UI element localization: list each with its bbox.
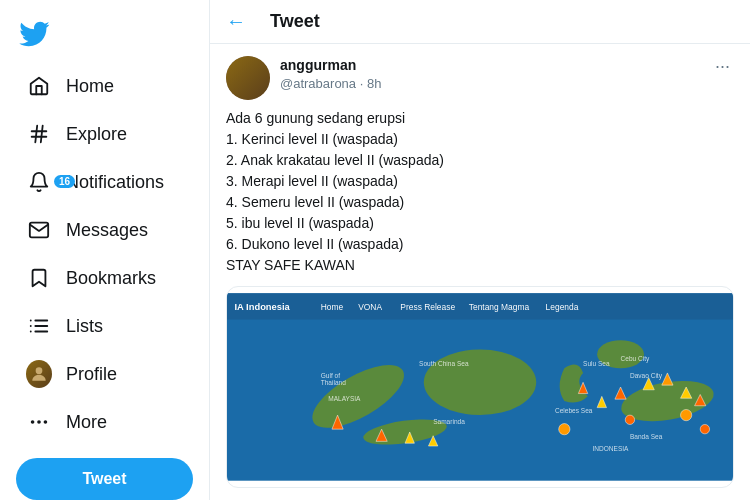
- svg-text:Press Release: Press Release: [400, 302, 455, 312]
- sidebar-item-more[interactable]: More: [8, 399, 201, 445]
- sidebar-item-home[interactable]: Home: [8, 63, 201, 109]
- more-dots-icon: [26, 409, 52, 435]
- tweet-body: Ada 6 gunung sedang erupsi 1. Kerinci le…: [226, 108, 734, 276]
- map-svg: IA Indonesia Home VONA Press Release Ten…: [227, 287, 733, 487]
- list-icon: [26, 313, 52, 339]
- svg-text:Home: Home: [321, 302, 344, 312]
- svg-point-49: [625, 415, 634, 424]
- svg-point-50: [681, 409, 692, 420]
- tweet-page-header: ← Tweet: [210, 0, 750, 44]
- mail-icon: [26, 217, 52, 243]
- avatar: [226, 56, 270, 100]
- svg-text:Legenda: Legenda: [546, 302, 579, 312]
- svg-text:VONA: VONA: [358, 302, 382, 312]
- sidebar-nav: Home Explore 16 Notifications: [0, 62, 209, 446]
- sidebar-item-messages[interactable]: Messages: [8, 207, 201, 253]
- tweet-button[interactable]: Tweet: [16, 458, 193, 500]
- sidebar-item-explore-label: Explore: [66, 124, 127, 145]
- tweet-meta: anggurman @atrabarona · 8h: [280, 56, 711, 92]
- svg-point-10: [36, 367, 43, 374]
- svg-text:Thailand: Thailand: [321, 379, 346, 386]
- svg-text:Tentang Magma: Tentang Magma: [469, 302, 530, 312]
- tweet-username: anggurman: [280, 57, 356, 73]
- svg-text:MALAYSIA: MALAYSIA: [328, 395, 361, 402]
- main-content: ← Tweet anggurman @atrabarona · 8h ···: [210, 0, 750, 500]
- svg-point-13: [32, 421, 34, 423]
- svg-line-3: [41, 126, 43, 143]
- sidebar-item-bookmarks[interactable]: Bookmarks: [8, 255, 201, 301]
- svg-line-2: [35, 126, 37, 143]
- bell-icon: 16: [26, 169, 52, 195]
- svg-point-12: [45, 421, 47, 423]
- tweet-handle: @atrabarona · 8h: [280, 76, 381, 91]
- notification-badge: 16: [54, 175, 75, 188]
- sidebar-item-more-label: More: [66, 412, 107, 433]
- avatar-image: [226, 56, 270, 100]
- sidebar-item-lists[interactable]: Lists: [8, 303, 201, 349]
- svg-text:Cebu City: Cebu City: [621, 355, 650, 363]
- sidebar-item-bookmarks-label: Bookmarks: [66, 268, 156, 289]
- tweet-card-header: anggurman @atrabarona · 8h ···: [226, 56, 734, 100]
- svg-text:Banda Sea: Banda Sea: [630, 433, 663, 440]
- svg-text:Gulf of: Gulf of: [321, 372, 340, 379]
- sidebar-item-notifications-label: Notifications: [66, 172, 164, 193]
- svg-point-48: [559, 424, 570, 435]
- svg-text:Sulu Sea: Sulu Sea: [583, 360, 610, 367]
- profile-avatar-icon: [26, 361, 52, 387]
- tweet-more-button[interactable]: ···: [711, 56, 734, 77]
- sidebar-item-home-label: Home: [66, 76, 114, 97]
- back-button[interactable]: ←: [226, 10, 246, 33]
- sidebar-item-explore[interactable]: Explore: [8, 111, 201, 157]
- twitter-bird-icon: [18, 18, 50, 50]
- bookmark-icon: [26, 265, 52, 291]
- page-title: Tweet: [270, 11, 320, 32]
- sidebar-item-profile[interactable]: Profile: [8, 351, 201, 397]
- sidebar-item-notifications[interactable]: 16 Notifications: [8, 159, 201, 205]
- svg-text:IA Indonesia: IA Indonesia: [234, 302, 290, 312]
- sidebar-item-messages-label: Messages: [66, 220, 148, 241]
- sidebar-item-lists-label: Lists: [66, 316, 103, 337]
- svg-text:INDONESIA: INDONESIA: [592, 445, 629, 452]
- sidebar-item-profile-label: Profile: [66, 364, 117, 385]
- svg-point-11: [38, 421, 40, 423]
- twitter-logo[interactable]: [0, 8, 209, 62]
- svg-point-51: [700, 424, 709, 433]
- svg-text:Samarinda: Samarinda: [433, 418, 465, 425]
- svg-text:Celebes Sea: Celebes Sea: [555, 407, 593, 414]
- tweet-map-image: IA Indonesia Home VONA Press Release Ten…: [226, 286, 734, 488]
- svg-text:Davao City: Davao City: [630, 372, 663, 380]
- home-icon: [26, 73, 52, 99]
- tweet-card: anggurman @atrabarona · 8h ··· Ada 6 gun…: [210, 44, 750, 500]
- svg-point-23: [424, 350, 536, 416]
- hash-icon: [26, 121, 52, 147]
- svg-text:South China Sea: South China Sea: [419, 360, 469, 367]
- sidebar: Home Explore 16 Notifications: [0, 0, 210, 500]
